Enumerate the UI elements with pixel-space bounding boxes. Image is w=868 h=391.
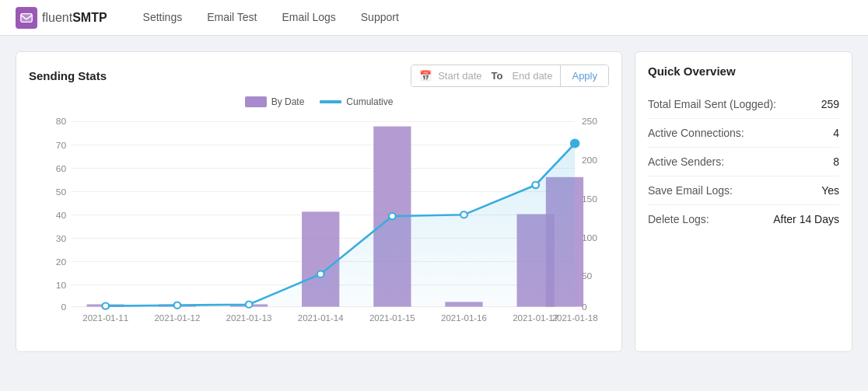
start-date-placeholder[interactable]: Start date	[438, 65, 481, 86]
overview-label: Delete Logs:	[648, 213, 709, 225]
svg-text:2021-01-13: 2021-01-13	[226, 314, 272, 323]
calendar-icon: 📅	[419, 70, 432, 82]
legend-by-date-box	[245, 96, 267, 107]
svg-text:2021-01-14: 2021-01-14	[298, 314, 344, 323]
svg-text:0: 0	[61, 302, 67, 312]
stats-title: Sending Stats	[29, 69, 107, 82]
legend-cumulative: Cumulative	[320, 96, 393, 107]
svg-text:70: 70	[56, 140, 67, 150]
legend-cumulative-line	[320, 100, 341, 103]
main-content: Sending Stats 📅 Start date To End date A…	[0, 36, 868, 368]
date-filter: 📅 Start date To End date Apply	[411, 65, 609, 87]
end-date-placeholder[interactable]: End date	[512, 65, 552, 86]
legend-by-date: By Date	[245, 96, 305, 107]
overview-value: After 14 Days	[773, 213, 839, 225]
svg-text:2021-01-16: 2021-01-16	[441, 314, 487, 323]
svg-text:100: 100	[582, 232, 598, 243]
logo-text: fluentSMTP	[42, 11, 107, 25]
bar-chart-svg: 80 70 60 50 40 30 20 10 0 250 200 150 10…	[29, 113, 609, 339]
dot-3	[317, 271, 324, 277]
svg-text:30: 30	[56, 233, 67, 243]
svg-text:50: 50	[56, 187, 67, 197]
svg-text:10: 10	[56, 280, 67, 290]
nav-email-logs[interactable]: Email Logs	[270, 0, 348, 36]
top-navigation: fluentSMTP Settings Email Test Email Log…	[0, 0, 868, 36]
dot-0	[102, 302, 109, 309]
svg-text:80: 80	[56, 117, 67, 127]
overview-row: Save Email Logs:Yes	[648, 176, 839, 205]
overview-row: Delete Logs:After 14 Days	[648, 205, 839, 233]
dot-2	[246, 302, 253, 308]
overview-value: 259	[821, 98, 839, 110]
chart-area: 80 70 60 50 40 30 20 10 0 250 200 150 10…	[29, 113, 609, 339]
overview-row: Active Connections:4	[648, 119, 839, 148]
svg-text:250: 250	[582, 117, 598, 127]
chart-legend: By Date Cumulative	[29, 96, 609, 107]
overview-value: 8	[833, 155, 839, 168]
nav-settings[interactable]: Settings	[131, 0, 195, 36]
dot-5	[460, 211, 467, 218]
svg-text:150: 150	[582, 194, 598, 204]
nav-links: Settings Email Test Email Logs Support	[131, 0, 411, 36]
dot-6	[532, 182, 539, 188]
overview-row: Total Email Sent (Logged):259	[648, 90, 839, 119]
apply-button[interactable]: Apply	[560, 65, 608, 86]
overview-label: Active Connections:	[648, 127, 744, 139]
svg-rect-0	[21, 13, 32, 22]
quick-overview-panel: Quick Overview Total Email Sent (Logged)…	[635, 51, 852, 352]
overview-label: Total Email Sent (Logged):	[648, 98, 776, 110]
nav-support[interactable]: Support	[348, 0, 411, 36]
svg-text:60: 60	[56, 163, 67, 173]
dot-1	[174, 302, 181, 309]
date-to-label: To	[488, 65, 506, 86]
stats-header: Sending Stats 📅 Start date To End date A…	[29, 65, 609, 87]
logo-icon	[16, 7, 37, 29]
sending-stats-panel: Sending Stats 📅 Start date To End date A…	[16, 51, 622, 352]
cumulative-area	[106, 144, 575, 307]
svg-text:20: 20	[56, 257, 67, 267]
overview-value: Yes	[821, 184, 839, 197]
svg-text:2021-01-11: 2021-01-11	[82, 314, 128, 323]
svg-text:2021-01-12: 2021-01-12	[154, 314, 200, 323]
nav-email-test[interactable]: Email Test	[194, 0, 269, 36]
svg-text:2021-01-15: 2021-01-15	[369, 314, 415, 323]
dot-7	[571, 139, 579, 147]
overview-value: 4	[833, 127, 839, 139]
overview-row: Active Senders:8	[648, 148, 839, 176]
overview-title: Quick Overview	[648, 65, 839, 78]
overview-label: Save Email Logs:	[648, 184, 733, 197]
svg-text:40: 40	[56, 210, 67, 220]
svg-text:2021-01-18: 2021-01-18	[552, 314, 598, 323]
svg-text:200: 200	[582, 155, 598, 166]
dot-4	[389, 213, 396, 219]
date-filter-inner: 📅 Start date To End date	[411, 65, 560, 86]
overview-rows: Total Email Sent (Logged):259Active Conn…	[648, 90, 839, 233]
overview-label: Active Senders:	[648, 155, 724, 168]
logo: fluentSMTP	[16, 7, 107, 29]
